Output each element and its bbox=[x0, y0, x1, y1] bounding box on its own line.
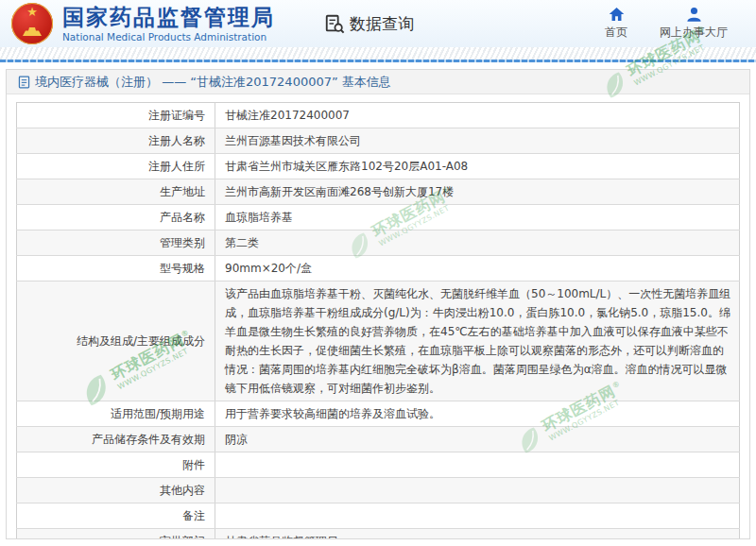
row-value bbox=[215, 452, 740, 478]
document-icon bbox=[18, 76, 30, 89]
row-label: 注册人名称 bbox=[17, 128, 215, 154]
data-query-label: 数据查询 bbox=[350, 13, 414, 35]
table-row: 产品名称血琼脂培养基 bbox=[17, 205, 740, 230]
table-row: 管理类别第二类 bbox=[17, 230, 740, 256]
table-row: 注册人住所甘肃省兰州市城关区雁东路102号20层A01-A08 bbox=[17, 154, 740, 179]
row-label: 结构及组成/主要组成成分 bbox=[17, 282, 215, 401]
content-panel: 境内医疗器械（注册） —— “甘械注准20172400007” 基本信息 注册证… bbox=[6, 69, 750, 539]
row-value: 用于营养要求较高细菌的培养及溶血试验。 bbox=[215, 401, 740, 427]
row-value bbox=[215, 503, 740, 529]
table-row: 注册人名称兰州百源基因技术有限公司 bbox=[17, 128, 740, 154]
decorative-stripe-band bbox=[0, 47, 756, 60]
row-value: 兰州市高新开发区南面滩268号创新大厦17楼 bbox=[215, 179, 740, 205]
row-label: 型号规格 bbox=[17, 256, 215, 282]
document-search-icon bbox=[324, 13, 345, 34]
table-wrap: 注册证编号甘械注准20172400007注册人名称兰州百源基因技术有限公司注册人… bbox=[7, 94, 749, 539]
table-row: 其他内容 bbox=[17, 478, 740, 503]
row-label: 产品名称 bbox=[17, 205, 215, 230]
row-value: 甘械注准20172400007 bbox=[215, 103, 740, 128]
table-row: 注册证编号甘械注准20172400007 bbox=[17, 103, 740, 128]
nav-home-label: 首页 bbox=[605, 25, 627, 41]
row-label: 审批部门 bbox=[17, 529, 215, 540]
row-value: 血琼脂培养基 bbox=[215, 205, 740, 230]
row-value: 甘肃省兰州市城关区雁东路102号20层A01-A08 bbox=[215, 154, 740, 179]
home-icon bbox=[609, 7, 625, 22]
row-label: 其他内容 bbox=[17, 478, 215, 503]
row-value: 兰州百源基因技术有限公司 bbox=[215, 128, 740, 154]
star-icon: ★ bbox=[26, 6, 38, 18]
row-label: 注册证编号 bbox=[17, 103, 215, 128]
national-emblem-logo: ★ bbox=[11, 3, 53, 44]
row-value: 90mm×20个/盒 bbox=[215, 256, 740, 282]
table-row: 附件 bbox=[17, 452, 740, 478]
info-table-body: 注册证编号甘械注准20172400007注册人名称兰州百源基因技术有限公司注册人… bbox=[17, 103, 740, 540]
top-nav: 首页 网上办事大厅 bbox=[605, 7, 728, 41]
table-row: 生产地址兰州市高新开发区南面滩268号创新大厦17楼 bbox=[17, 179, 740, 205]
brand-text: 国家药品监督管理局 National Medical Products Admi… bbox=[62, 5, 275, 43]
brand: ★ 国家药品监督管理局 National Medical Products Ad… bbox=[11, 3, 414, 44]
nav-service-hall[interactable]: 网上办事大厅 bbox=[660, 7, 728, 41]
data-query-nav[interactable]: 数据查询 bbox=[324, 13, 414, 35]
row-value: 甘肃省药品监督管理局 bbox=[215, 529, 740, 540]
row-value bbox=[215, 478, 740, 503]
breadcrumb: 境内医疗器械（注册） —— “甘械注准20172400007” 基本信息 bbox=[7, 70, 749, 94]
row-label: 管理类别 bbox=[17, 230, 215, 256]
table-row: 备注 bbox=[17, 503, 740, 529]
info-table: 注册证编号甘械注准20172400007注册人名称兰州百源基因技术有限公司注册人… bbox=[16, 102, 740, 539]
table-row: 型号规格90mm×20个/盒 bbox=[17, 256, 740, 282]
table-row: 适用范围/预期用途用于营养要求较高细菌的培养及溶血试验。 bbox=[17, 401, 740, 427]
table-row: 产品储存条件及有效期阴凉 bbox=[17, 427, 740, 452]
header-divider-rule bbox=[0, 60, 756, 62]
row-value: 阴凉 bbox=[215, 427, 740, 452]
site-header: ★ 国家药品监督管理局 National Medical Products Ad… bbox=[0, 0, 756, 47]
site-subtitle: National Medical Products Administration bbox=[62, 31, 275, 43]
row-value: 第二类 bbox=[215, 230, 740, 256]
table-row: 结构及组成/主要组成成分该产品由血琼脂培养基干粉、灭菌纯化水、无菌脱纤维羊血（5… bbox=[17, 282, 740, 401]
breadcrumb-text: 境内医疗器械（注册） —— “甘械注准20172400007” 基本信息 bbox=[35, 74, 391, 91]
nav-service-hall-label: 网上办事大厅 bbox=[660, 25, 728, 41]
page: ★ 国家药品监督管理局 National Medical Products Ad… bbox=[0, 0, 756, 546]
row-label: 附件 bbox=[17, 452, 215, 478]
nav-home[interactable]: 首页 bbox=[605, 7, 627, 41]
gate-icon bbox=[23, 27, 42, 36]
row-label: 适用范围/预期用途 bbox=[17, 401, 215, 427]
row-label: 生产地址 bbox=[17, 179, 215, 205]
table-row: 审批部门甘肃省药品监督管理局 bbox=[17, 529, 740, 540]
row-label: 产品储存条件及有效期 bbox=[17, 427, 215, 452]
row-label: 备注 bbox=[17, 503, 215, 529]
site-title: 国家药品监督管理局 bbox=[62, 5, 275, 29]
user-icon bbox=[686, 7, 702, 22]
row-value: 该产品由血琼脂培养基干粉、灭菌纯化水、无菌脱纤维羊血（50～100mL/L）、一… bbox=[215, 282, 740, 401]
row-label: 注册人住所 bbox=[17, 154, 215, 179]
